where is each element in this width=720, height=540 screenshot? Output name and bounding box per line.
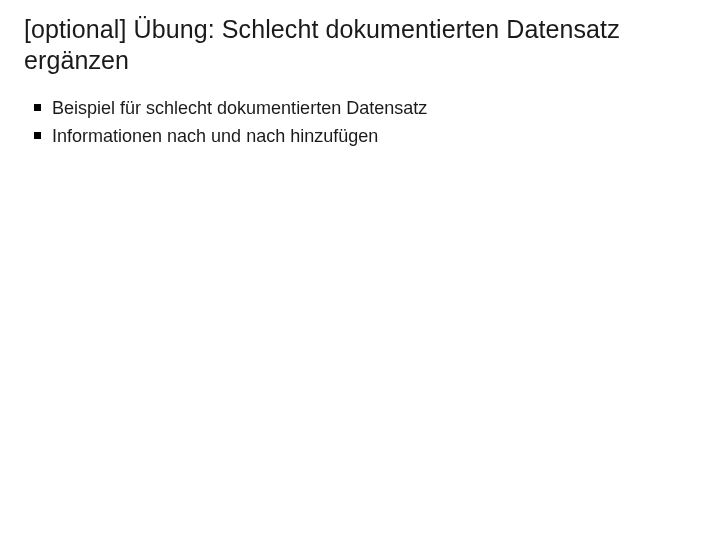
slide-body: Beispiel für schlecht dokumentierten Dat… xyxy=(24,95,696,149)
slide: [optional] Übung: Schlecht dokumentierte… xyxy=(0,0,720,540)
slide-title: [optional] Übung: Schlecht dokumentierte… xyxy=(24,14,696,77)
list-item: Beispiel für schlecht dokumentierten Dat… xyxy=(34,95,696,121)
bullet-list: Beispiel für schlecht dokumentierten Dat… xyxy=(34,95,696,149)
list-item: Informationen nach und nach hinzufügen xyxy=(34,123,696,149)
